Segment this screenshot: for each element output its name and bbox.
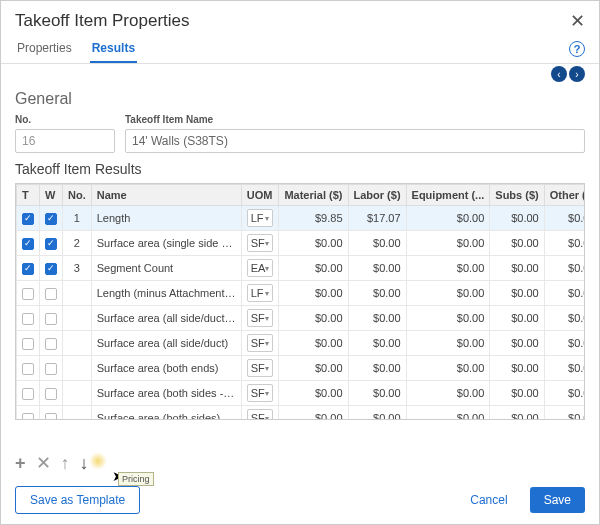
- uom-select[interactable]: SF▾: [247, 234, 274, 252]
- close-icon[interactable]: ✕: [570, 12, 585, 30]
- row-material[interactable]: $0.00: [279, 231, 348, 256]
- row-other[interactable]: $0.00: [544, 231, 584, 256]
- table-row[interactable]: 3Segment CountEA▾$0.00$0.00$0.00$0.00$0.…: [17, 256, 585, 281]
- move-up-icon[interactable]: ↑: [61, 454, 70, 472]
- w-checkbox[interactable]: [45, 413, 57, 419]
- row-subs[interactable]: $0.00: [490, 381, 544, 406]
- row-subs[interactable]: $0.00: [490, 331, 544, 356]
- no-input[interactable]: [15, 129, 115, 153]
- row-other[interactable]: $0.00: [544, 306, 584, 331]
- w-checkbox[interactable]: [45, 338, 57, 350]
- row-labor[interactable]: $0.00: [348, 281, 406, 306]
- w-checkbox[interactable]: [45, 388, 57, 400]
- row-equipment[interactable]: $0.00: [406, 331, 490, 356]
- w-checkbox[interactable]: [45, 238, 57, 250]
- row-other[interactable]: $0.00: [544, 356, 584, 381]
- row-equipment[interactable]: $0.00: [406, 281, 490, 306]
- row-labor[interactable]: $17.07: [348, 206, 406, 231]
- row-material[interactable]: $0.00: [279, 356, 348, 381]
- row-equipment[interactable]: $0.00: [406, 406, 490, 420]
- table-row[interactable]: Surface area (both sides - minuSF▾$0.00$…: [17, 381, 585, 406]
- row-material[interactable]: $9.85: [279, 206, 348, 231]
- row-subs[interactable]: $0.00: [490, 231, 544, 256]
- col-subs[interactable]: Subs ($): [490, 185, 544, 206]
- uom-select[interactable]: EA▾: [247, 259, 274, 277]
- row-equipment[interactable]: $0.00: [406, 306, 490, 331]
- t-checkbox[interactable]: [22, 388, 34, 400]
- col-w[interactable]: W: [40, 185, 63, 206]
- row-labor[interactable]: $0.00: [348, 256, 406, 281]
- uom-select[interactable]: SF▾: [247, 334, 274, 352]
- row-equipment[interactable]: $0.00: [406, 356, 490, 381]
- pager-prev-icon[interactable]: ‹: [551, 66, 567, 82]
- tab-results[interactable]: Results: [90, 35, 137, 63]
- table-row[interactable]: 2Surface area (single side - minuSF▾$0.0…: [17, 231, 585, 256]
- help-icon[interactable]: ?: [569, 41, 585, 57]
- w-checkbox[interactable]: [45, 213, 57, 225]
- col-material[interactable]: Material ($): [279, 185, 348, 206]
- col-name[interactable]: Name: [91, 185, 241, 206]
- col-labor[interactable]: Labor ($): [348, 185, 406, 206]
- col-uom[interactable]: UOM: [241, 185, 279, 206]
- table-row[interactable]: Surface area (both sides)SF▾$0.00$0.00$0…: [17, 406, 585, 420]
- row-other[interactable]: $0.00: [544, 281, 584, 306]
- pager-next-icon[interactable]: ›: [569, 66, 585, 82]
- save-button[interactable]: Save: [530, 487, 585, 513]
- row-other[interactable]: $0.00: [544, 406, 584, 420]
- row-subs[interactable]: $0.00: [490, 306, 544, 331]
- row-other[interactable]: $0.00: [544, 206, 584, 231]
- uom-select[interactable]: SF▾: [247, 359, 274, 377]
- row-equipment[interactable]: $0.00: [406, 381, 490, 406]
- row-labor[interactable]: $0.00: [348, 231, 406, 256]
- row-equipment[interactable]: $0.00: [406, 206, 490, 231]
- row-labor[interactable]: $0.00: [348, 306, 406, 331]
- t-checkbox[interactable]: [22, 288, 34, 300]
- row-material[interactable]: $0.00: [279, 331, 348, 356]
- grid-scroll[interactable]: T W No. Name UOM Material ($) Labor ($) …: [16, 184, 584, 419]
- save-as-template-button[interactable]: Save as Template: [15, 486, 140, 514]
- row-labor[interactable]: $0.00: [348, 331, 406, 356]
- remove-icon[interactable]: ✕: [36, 454, 51, 472]
- table-row[interactable]: Length (minus Attachment widLF▾$0.00$0.0…: [17, 281, 585, 306]
- row-material[interactable]: $0.00: [279, 256, 348, 281]
- row-equipment[interactable]: $0.00: [406, 256, 490, 281]
- t-checkbox[interactable]: [22, 338, 34, 350]
- move-down-icon[interactable]: ↓: [80, 454, 89, 472]
- tab-properties[interactable]: Properties: [15, 35, 74, 63]
- row-subs[interactable]: $0.00: [490, 406, 544, 420]
- row-material[interactable]: $0.00: [279, 381, 348, 406]
- row-subs[interactable]: $0.00: [490, 256, 544, 281]
- t-checkbox[interactable]: [22, 413, 34, 419]
- w-checkbox[interactable]: [45, 263, 57, 275]
- table-row[interactable]: 1LengthLF▾$9.85$17.07$0.00$0.00$0.00: [17, 206, 585, 231]
- t-checkbox[interactable]: [22, 263, 34, 275]
- col-t[interactable]: T: [17, 185, 40, 206]
- row-other[interactable]: $0.00: [544, 381, 584, 406]
- uom-select[interactable]: SF▾: [247, 309, 274, 327]
- t-checkbox[interactable]: [22, 238, 34, 250]
- row-labor[interactable]: $0.00: [348, 406, 406, 420]
- col-no[interactable]: No.: [63, 185, 92, 206]
- row-subs[interactable]: $0.00: [490, 206, 544, 231]
- row-material[interactable]: $0.00: [279, 406, 348, 420]
- row-other[interactable]: $0.00: [544, 331, 584, 356]
- w-checkbox[interactable]: [45, 363, 57, 375]
- add-icon[interactable]: +: [15, 454, 26, 472]
- uom-select[interactable]: SF▾: [247, 384, 274, 402]
- row-subs[interactable]: $0.00: [490, 281, 544, 306]
- takeoff-name-input[interactable]: [125, 129, 585, 153]
- t-checkbox[interactable]: [22, 313, 34, 325]
- row-material[interactable]: $0.00: [279, 306, 348, 331]
- t-checkbox[interactable]: [22, 363, 34, 375]
- t-checkbox[interactable]: [22, 213, 34, 225]
- w-checkbox[interactable]: [45, 288, 57, 300]
- table-row[interactable]: Surface area (both ends)SF▾$0.00$0.00$0.…: [17, 356, 585, 381]
- uom-select[interactable]: LF▾: [247, 284, 274, 302]
- row-other[interactable]: $0.00: [544, 256, 584, 281]
- row-equipment[interactable]: $0.00: [406, 231, 490, 256]
- table-row[interactable]: Surface area (all side/duct - miSF▾$0.00…: [17, 306, 585, 331]
- uom-select[interactable]: SF▾: [247, 409, 274, 419]
- col-other[interactable]: Other ($): [544, 185, 584, 206]
- col-equipment[interactable]: Equipment (...: [406, 185, 490, 206]
- table-row[interactable]: Surface area (all side/duct)SF▾$0.00$0.0…: [17, 331, 585, 356]
